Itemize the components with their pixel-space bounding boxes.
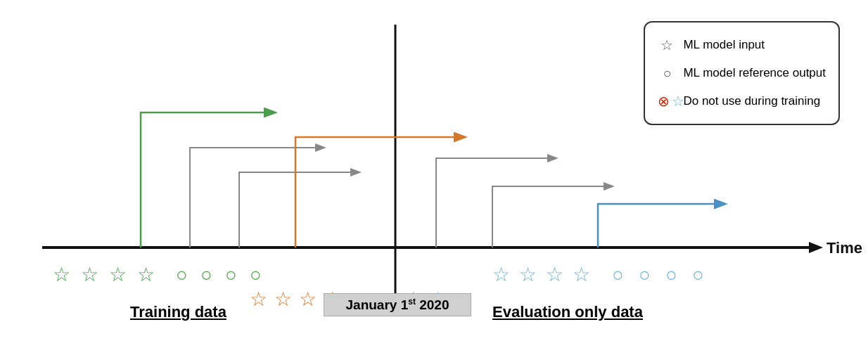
svg-text:☆: ☆	[299, 288, 317, 310]
legend-item-input: ☆ ML model input	[658, 31, 826, 59]
svg-text:☆: ☆	[81, 264, 98, 285]
svg-text:Time: Time	[826, 239, 862, 257]
svg-text:○: ○	[692, 264, 704, 285]
no-use-icon: ⊗ ☆	[658, 87, 676, 115]
star-outline-icon: ☆	[658, 31, 676, 59]
svg-text:☆: ☆	[137, 264, 155, 285]
svg-text:○: ○	[665, 264, 677, 285]
diagram-container: ☆ ML model input ○ ML model reference ou…	[0, 0, 868, 360]
svg-text:○: ○	[250, 264, 262, 285]
svg-text:☆: ☆	[492, 264, 510, 285]
legend-item-nouse: ⊗ ☆ Do not use during training	[658, 87, 826, 115]
svg-text:○: ○	[639, 264, 651, 285]
svg-text:○: ○	[225, 264, 237, 285]
training-label: Training data	[130, 303, 226, 321]
legend-label-nouse: Do not use during training	[683, 89, 820, 113]
svg-text:☆: ☆	[274, 288, 292, 310]
svg-text:☆: ☆	[53, 264, 70, 285]
legend-item-output: ○ ML model reference output	[658, 59, 826, 87]
legend-label-output: ML model reference output	[683, 61, 826, 85]
svg-text:○: ○	[176, 264, 188, 285]
svg-text:☆: ☆	[109, 264, 127, 285]
evaluation-label: Evaluation only data	[492, 303, 643, 321]
svg-text:○: ○	[200, 264, 212, 285]
svg-text:☆: ☆	[546, 264, 563, 285]
legend-label-input: ML model input	[683, 33, 765, 57]
january-label: January 1st 2020	[324, 293, 471, 316]
legend-box: ☆ ML model input ○ ML model reference ou…	[644, 21, 840, 125]
svg-text:○: ○	[612, 264, 624, 285]
svg-text:☆: ☆	[250, 288, 267, 310]
circle-outline-icon: ○	[658, 59, 676, 87]
svg-text:☆: ☆	[519, 264, 537, 285]
svg-text:☆: ☆	[573, 264, 590, 285]
svg-marker-1	[809, 242, 823, 253]
